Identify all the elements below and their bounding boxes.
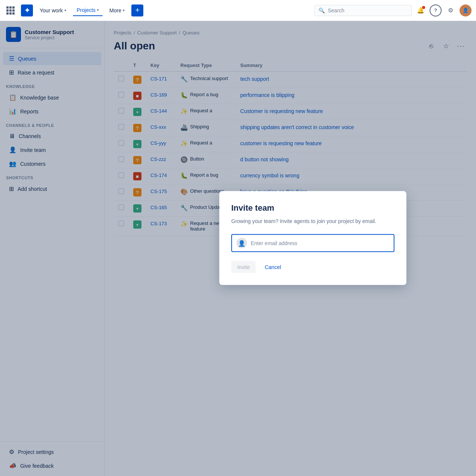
invite-modal: Invite team Growing your team? Invite ag… <box>219 191 406 285</box>
invite-actions: Invite Cancel <box>231 261 394 273</box>
more-chevron: ▾ <box>123 8 125 12</box>
search-input[interactable] <box>328 7 408 13</box>
your-work-nav[interactable]: Your work ▾ <box>36 5 70 16</box>
invite-button[interactable]: Invite <box>231 261 256 273</box>
cancel-button[interactable]: Cancel <box>259 261 287 273</box>
invite-modal-title: Invite team <box>231 203 394 213</box>
invite-avatar-icon: 👤 <box>237 238 247 248</box>
top-navigation: ✦ Your work ▾ Projects ▾ More ▾ + 🔍 🔔 ? … <box>0 0 476 21</box>
more-nav[interactable]: More ▾ <box>106 5 128 16</box>
projects-chevron: ▾ <box>97 8 99 12</box>
create-button[interactable]: + <box>131 4 143 16</box>
notification-badge <box>422 6 425 9</box>
search-box[interactable]: 🔍 <box>314 5 412 16</box>
notifications-button[interactable]: 🔔 <box>415 4 427 16</box>
projects-nav[interactable]: Projects ▾ <box>73 5 103 16</box>
your-work-chevron: ▾ <box>64 8 66 12</box>
help-button[interactable]: ? <box>430 4 442 16</box>
grid-icon <box>6 6 15 15</box>
app-logo[interactable]: ✦ <box>21 4 33 16</box>
invite-email-input[interactable] <box>251 240 389 246</box>
invite-input-wrap: 👤 <box>231 234 394 252</box>
invite-modal-description: Growing your team? Invite agents to join… <box>231 217 394 225</box>
settings-button[interactable]: ⚙ <box>445 4 457 16</box>
app-grid-button[interactable] <box>4 4 16 16</box>
search-icon: 🔍 <box>318 7 325 13</box>
user-avatar[interactable]: 👤 <box>460 4 472 16</box>
